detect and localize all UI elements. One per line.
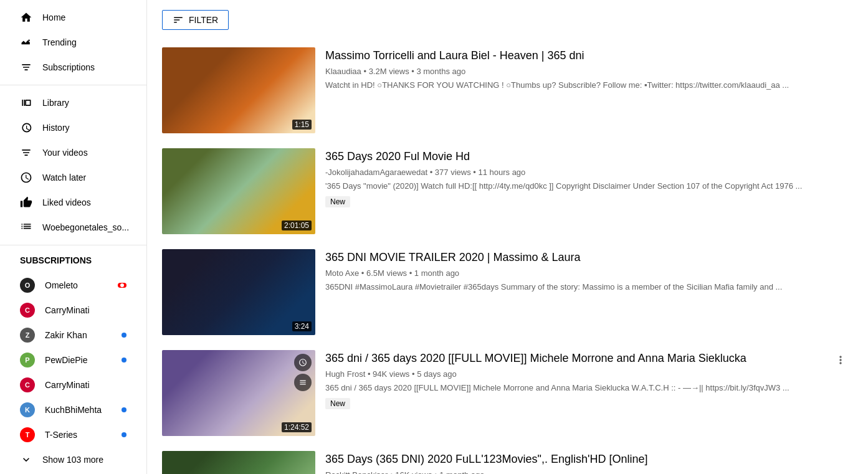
sidebar-item-carryminati[interactable]: C CarryMinati (5, 298, 141, 323)
avatar-kuchbhimehta: K (20, 402, 35, 417)
avatar-omeleto: O (20, 278, 35, 293)
trending-icon (20, 36, 32, 49)
video-meta: -JokolijahadamAgaraewedat • 377 views • … (325, 168, 853, 177)
video-description: 365 dni / 365 days 2020 [[FULL MOVIE]] M… (325, 382, 853, 394)
video-duration: 1:24:52 (282, 422, 312, 432)
show-more-button[interactable]: Show 103 more (5, 447, 141, 472)
sidebar-item-omeleto[interactable]: O Omeleto (5, 273, 141, 298)
video-duration: 1:15 (292, 120, 312, 130)
sidebar-item-watch-later[interactable]: Watch later (5, 165, 141, 190)
thumb-icons (294, 354, 312, 391)
sidebar-item-kuchbhimehta[interactable]: K KuchBhiMehta (5, 397, 141, 422)
channel-name[interactable]: -JokolijahadamAgaraewedat (325, 168, 427, 177)
video-duration: 2:01:05 (282, 220, 312, 230)
sidebar-item-playlist[interactable]: Woebegonetales_so... (5, 215, 141, 240)
sidebar-item-liked-videos[interactable]: Liked videos (5, 190, 141, 215)
video-item: 3:24 365 DNI MOVIE TRAILER 2020 | Massim… (162, 242, 853, 343)
video-title[interactable]: 365 dni / 365 days 2020 [[FULL MOVIE]] M… (325, 351, 853, 366)
avatar-tseries: T (20, 427, 35, 442)
thumbnail-wrap[interactable]: 3:24 (162, 249, 315, 335)
sub-label-carryminati2: CarryMinati (45, 380, 126, 390)
sidebar-item-home-label: Home (42, 12, 65, 22)
channel-name[interactable]: Reckitt Benckiser (325, 470, 388, 474)
divider-1 (0, 85, 146, 85)
playlist-icon (20, 221, 32, 234)
live-badge-omeleto (118, 283, 126, 288)
home-icon (20, 11, 32, 24)
sidebar-item-subscriptions-label: Subscriptions (42, 62, 95, 72)
sidebar-item-trending-label: Trending (42, 37, 77, 47)
video-info: 365 Days 2020 Ful Movie Hd -Jokolijahada… (325, 148, 853, 234)
sidebar-item-pewdiepie[interactable]: P PewDiePie (5, 348, 141, 372)
avatar-carryminati2: C (20, 377, 35, 392)
thumbnail-wrap[interactable]: 1:15 (162, 47, 315, 133)
thumbnail-wrap[interactable]: 2:01:05 (162, 148, 315, 234)
video-info: 365 Days (365 DNI) 2020 FuLL'123Movies",… (325, 451, 853, 474)
divider-2 (0, 245, 146, 245)
video-item: 365 Days (365 DNI) 2020 FuLL'123Movies",… (162, 443, 853, 474)
avatar-pewdiepie: P (20, 353, 35, 367)
thumbnail (162, 451, 315, 474)
sub-label-zakirkhan: Zakir Khan (45, 330, 112, 340)
queue-thumb-button[interactable] (294, 374, 312, 391)
video-item: 1:24:52 365 dni / 365 days 2020 [[FULL M… (162, 343, 853, 443)
sub-label-carryminati: CarryMinati (45, 305, 126, 315)
sidebar-item-library[interactable]: Library (5, 90, 141, 115)
sidebar-item-history[interactable]: History (5, 115, 141, 140)
watch-later-icon (20, 171, 32, 184)
sidebar-item-your-videos[interactable]: Your videos (5, 140, 141, 165)
sidebar-item-home[interactable]: Home (5, 5, 141, 30)
video-item: 2:01:05 365 Days 2020 Ful Movie Hd -Joko… (162, 141, 853, 242)
channel-name[interactable]: Hugh Frost (325, 369, 365, 379)
sidebar-item-history-label: History (42, 123, 70, 133)
liked-icon (20, 196, 32, 209)
more-options-button[interactable] (831, 350, 851, 370)
video-duration: 3:24 (292, 321, 312, 331)
filter-bar: FILTER (162, 10, 853, 30)
views-age: • 94K views • 5 days ago (368, 369, 457, 379)
dot-zakirkhan (122, 333, 126, 338)
sidebar-item-carryminati2[interactable]: C CarryMinati (5, 372, 141, 397)
subscriptions-section-title: SUBSCRIPTIONS (5, 250, 141, 270)
sidebar-item-subscriptions[interactable]: Subscriptions (5, 55, 141, 80)
video-title[interactable]: Massimo Torricelli and Laura Biel - Heav… (325, 49, 853, 63)
sidebar-item-tseries[interactable]: T T-Series (5, 422, 141, 447)
video-title[interactable]: 365 Days (365 DNI) 2020 FuLL'123Movies",… (325, 452, 853, 467)
sub-label-kuchbhimehta: KuchBhiMehta (45, 405, 112, 415)
dot-tseries (122, 432, 126, 437)
views-age: • 6.5M views • 1 month ago (361, 268, 459, 278)
thumbnail-wrap[interactable] (162, 451, 315, 474)
main-content: FILTER 1:15 Massimo Torricelli and Laura… (147, 0, 868, 474)
video-description: 365DNI #MassimoLaura #Movietrailer #365d… (325, 282, 853, 293)
channel-name[interactable]: Klaaudiaa (325, 67, 361, 76)
sidebar-item-library-label: Library (42, 98, 69, 108)
video-description: Watcht in HD! ○THANKS FOR YOU WATCHING !… (325, 80, 853, 91)
thumbnail-wrap[interactable]: 1:24:52 (162, 350, 315, 436)
new-badge: New (325, 398, 350, 409)
video-meta: Reckitt Benckiser • 16K views • 1 month … (325, 470, 853, 474)
sidebar-item-trending[interactable]: Trending (5, 30, 141, 55)
sidebar: Home Trending Subscriptions Library Hist… (0, 0, 147, 474)
chevron-down-icon (20, 453, 32, 466)
video-info: Massimo Torricelli and Laura Biel - Heav… (325, 47, 853, 133)
sub-label-pewdiepie: PewDiePie (45, 355, 112, 365)
filter-button[interactable]: FILTER (162, 10, 229, 30)
video-title[interactable]: 365 DNI MOVIE TRAILER 2020 | Massimo & L… (325, 250, 853, 265)
watch-later-thumb-button[interactable] (294, 354, 312, 371)
sidebar-item-zakirkhan[interactable]: Z Zakir Khan (5, 323, 141, 348)
sub-label-omeleto: Omeleto (45, 280, 108, 290)
video-info: 365 DNI MOVIE TRAILER 2020 | Massimo & L… (325, 249, 853, 335)
channel-name[interactable]: Moto Axe (325, 268, 359, 278)
views-age: • 3.2M views • 3 months ago (363, 67, 465, 76)
video-meta: Hugh Frost • 94K views • 5 days ago (325, 369, 853, 379)
video-title[interactable]: 365 Days 2020 Ful Movie Hd (325, 149, 853, 164)
your-videos-icon (20, 146, 32, 159)
library-icon (20, 97, 32, 109)
views-age: • 377 views • 11 hours ago (430, 168, 526, 177)
video-list: 1:15 Massimo Torricelli and Laura Biel -… (162, 40, 853, 474)
subscriptions-icon (20, 61, 32, 73)
dot-kuchbhimehta (122, 407, 126, 412)
sidebar-item-your-videos-label: Your videos (42, 148, 88, 158)
video-info: 365 dni / 365 days 2020 [[FULL MOVIE]] M… (325, 350, 853, 436)
new-badge: New (325, 196, 350, 207)
